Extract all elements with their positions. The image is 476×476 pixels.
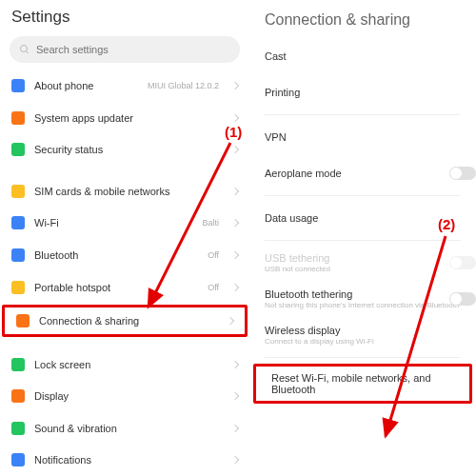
item-data-usage[interactable]: Data usage — [249, 200, 476, 236]
item-printing[interactable]: Printing — [249, 74, 476, 110]
item-wireless-display[interactable]: Wireless displayConnect to a display usi… — [249, 317, 476, 353]
menu-label: Bluetooth — [34, 249, 198, 261]
toggle-switch[interactable] — [449, 292, 476, 306]
chevron-right-icon — [231, 188, 239, 195]
toggle-switch[interactable] — [449, 167, 476, 180]
chevron-right-icon — [227, 317, 234, 325]
item-label: Bluetooth tethering — [265, 288, 461, 300]
chevron-right-icon — [231, 456, 239, 464]
item-cast[interactable]: Cast — [249, 38, 476, 74]
item-label: Reset Wi-Fi, mobile networks, and Blueto… — [271, 372, 454, 395]
chevron-right-icon — [231, 146, 239, 153]
hotspot-icon — [11, 281, 25, 294]
item-sublabel: Not sharing this phone's Internet connec… — [265, 301, 461, 309]
chevron-right-icon — [231, 424, 239, 431]
item-label: Printing — [265, 87, 461, 98]
svg-point-0 — [21, 45, 28, 51]
menu-wifi[interactable]: Wi-Fi Balti — [0, 208, 249, 240]
item-aeroplane-mode[interactable]: Aeroplane mode — [249, 155, 476, 191]
bell-icon — [11, 453, 25, 466]
menu-label: Portable hotspot — [34, 282, 198, 293]
share-icon — [16, 314, 30, 327]
sim-icon — [11, 185, 25, 198]
item-sublabel: USB not connected — [265, 265, 461, 273]
item-label: Wireless display — [265, 325, 461, 336]
chevron-right-icon — [231, 283, 239, 290]
menu-sound-vibration[interactable]: Sound & vibration — [0, 412, 249, 445]
menu-connection-sharing[interactable]: Connection & sharing — [2, 305, 248, 337]
menu-label: Security status — [34, 144, 223, 155]
item-usb-tethering[interactable]: USB tetheringUSB not connected — [249, 245, 476, 281]
chevron-right-icon — [231, 251, 239, 259]
chevron-right-icon — [231, 392, 239, 400]
search-input[interactable] — [36, 44, 230, 55]
divider — [265, 240, 461, 241]
shield-icon — [11, 143, 25, 156]
chevron-right-icon — [231, 82, 239, 89]
item-sublabel: Connect to a display using Wi-Fi — [265, 337, 461, 346]
menu-label: Lock screen — [34, 359, 223, 370]
item-label: Aeroplane mode — [265, 168, 461, 179]
menu-label: System apps updater — [34, 112, 223, 124]
menu-sim-cards[interactable]: SIM cards & mobile networks — [0, 175, 249, 208]
item-reset-networks[interactable]: Reset Wi-Fi, mobile networks, and Blueto… — [253, 364, 472, 404]
menu-value: Balti — [202, 218, 219, 228]
menu-system-apps-updater[interactable]: System apps updater — [0, 102, 249, 134]
menu-bluetooth[interactable]: Bluetooth Off — [0, 239, 249, 271]
menu-notifications[interactable]: Notifications — [0, 444, 249, 476]
toggle-switch[interactable] — [449, 256, 476, 269]
item-vpn[interactable]: VPN — [249, 119, 476, 155]
settings-left-panel: Settings About phone MIUI Global 12.0.2 … — [0, 0, 249, 476]
menu-portable-hotspot[interactable]: Portable hotspot Off — [0, 271, 249, 304]
phone-icon — [11, 79, 25, 92]
menu-label: About phone — [34, 80, 138, 91]
menu-label: Sound & vibration — [34, 423, 223, 434]
menu-value: MIUI Global 12.0.2 — [148, 81, 219, 90]
menu-security-status[interactable]: Security status — [0, 134, 249, 167]
search-bar[interactable] — [10, 36, 240, 63]
display-icon — [11, 389, 25, 403]
lock-icon — [11, 358, 25, 371]
menu-label: Notifications — [34, 454, 223, 466]
item-bluetooth-tethering[interactable]: Bluetooth tetheringNot sharing this phon… — [249, 281, 476, 317]
menu-label: Display — [34, 390, 223, 402]
chevron-right-icon — [231, 360, 239, 367]
item-label: VPN — [265, 131, 461, 143]
bluetooth-icon — [11, 248, 25, 262]
menu-label: Wi-Fi — [34, 217, 192, 228]
menu-display[interactable]: Display — [0, 380, 249, 412]
chevron-right-icon — [231, 114, 239, 122]
item-label: USB tethering — [265, 252, 461, 264]
wifi-icon — [11, 216, 25, 229]
item-label: Data usage — [265, 212, 461, 224]
divider — [265, 357, 461, 358]
menu-value: Off — [208, 283, 219, 292]
menu-label: Connection & sharing — [39, 315, 218, 327]
panel-title: Connection & sharing — [249, 11, 476, 38]
item-label: Cast — [265, 50, 461, 62]
sound-icon — [11, 422, 25, 435]
chevron-right-icon — [231, 219, 239, 227]
svg-line-1 — [27, 50, 30, 53]
page-title: Settings — [0, 0, 249, 32]
divider — [265, 114, 461, 115]
update-icon — [11, 111, 25, 125]
menu-label: SIM cards & mobile networks — [34, 186, 223, 197]
connection-sharing-panel: Connection & sharing Cast Printing VPN A… — [249, 0, 476, 476]
menu-lock-screen[interactable]: Lock screen — [0, 348, 249, 381]
menu-about-phone[interactable]: About phone MIUI Global 12.0.2 — [0, 70, 249, 103]
menu-value: Off — [208, 250, 219, 260]
search-icon — [19, 44, 30, 55]
divider — [265, 195, 461, 196]
